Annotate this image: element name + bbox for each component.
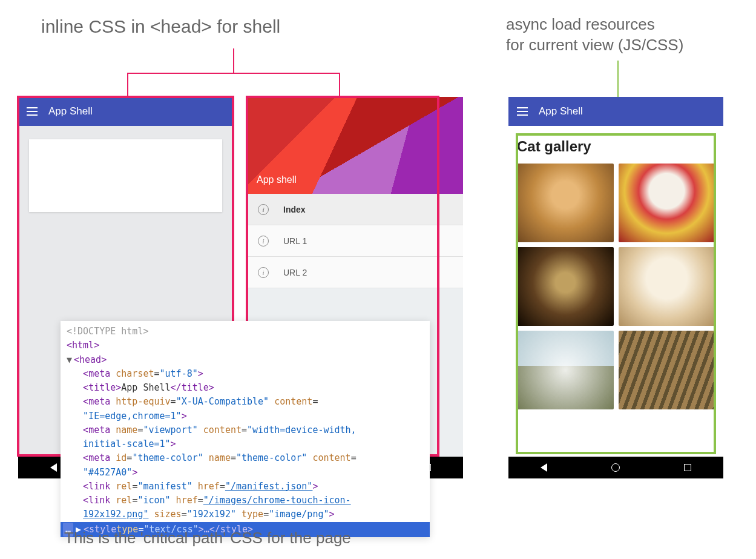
info-icon: i xyxy=(258,204,269,215)
label-async-line2: for current view (JS/CSS) xyxy=(506,36,683,54)
bracket-magenta-stem xyxy=(233,48,234,74)
nav-back-icon[interactable] xyxy=(541,463,547,472)
info-icon: i xyxy=(258,267,269,278)
disclosure-triangle-icon[interactable]: ▼ xyxy=(67,353,74,367)
label-async-load: async load resources for current view (J… xyxy=(506,15,683,56)
label-critical-path: This is the 'critical path' CSS for the … xyxy=(64,528,351,549)
bracket-magenta-drop1 xyxy=(127,73,128,96)
phone1-title: App Shell xyxy=(48,105,93,117)
phone3-navbar xyxy=(508,457,723,478)
info-icon: i xyxy=(258,236,269,246)
gallery-image[interactable] xyxy=(517,164,614,242)
label-inline-css: inline CSS in <head> for shell xyxy=(41,15,280,38)
code-snippet: <!DOCTYPE html> <html> ▼<head> <meta cha… xyxy=(61,321,430,537)
nav-back-icon[interactable] xyxy=(50,463,57,472)
drawer-item-label: URL 1 xyxy=(283,236,307,246)
drawer-item-index[interactable]: i Index xyxy=(248,194,463,225)
nav-recent-icon[interactable] xyxy=(684,464,691,471)
gallery-image[interactable] xyxy=(619,247,715,326)
hamburger-icon[interactable] xyxy=(27,107,38,116)
gallery-title: Cat gallery xyxy=(517,138,715,155)
hamburger-icon[interactable] xyxy=(517,107,528,116)
phone3-screen: App Shell Cat gallery xyxy=(508,97,723,457)
phone2-hero-title: App shell xyxy=(257,174,297,185)
phone3-content: Cat gallery xyxy=(508,126,723,457)
drawer-item-label: Index xyxy=(283,205,306,214)
phone-cat-gallery: App Shell Cat gallery xyxy=(508,97,723,478)
drawer-item-url1[interactable]: i URL 1 xyxy=(248,225,463,257)
phone2-hero: App shell xyxy=(248,97,463,194)
bracket-magenta-drop2 xyxy=(339,73,340,96)
gallery-image[interactable] xyxy=(619,164,715,242)
gallery-image[interactable] xyxy=(517,247,614,326)
phone3-title: App Shell xyxy=(539,105,583,117)
phone1-empty-card xyxy=(29,139,222,212)
nav-home-icon[interactable] xyxy=(611,463,620,472)
drawer-item-url2[interactable]: i URL 2 xyxy=(248,257,463,288)
phone1-appbar: App Shell xyxy=(18,97,233,126)
drawer-item-label: URL 2 xyxy=(283,268,307,277)
label-async-line1: async load resources xyxy=(506,15,655,33)
code-doctype: <!DOCTYPE html> xyxy=(67,326,148,337)
phone3-appbar: App Shell xyxy=(508,97,723,126)
gallery-image[interactable] xyxy=(619,331,715,409)
gallery-grid xyxy=(517,164,715,409)
gallery-image[interactable] xyxy=(517,331,614,409)
